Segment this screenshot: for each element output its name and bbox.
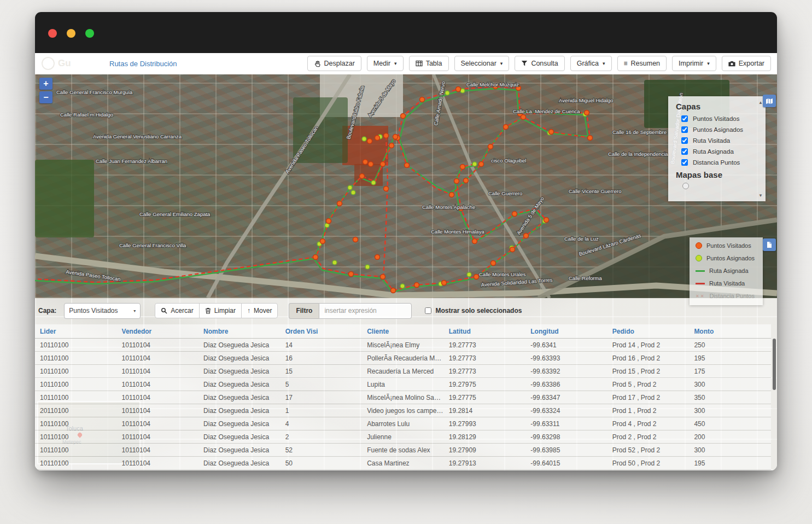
show-selected-toggle: Mostrar solo seleccionados <box>425 307 522 315</box>
cell-monto: 300 <box>689 444 771 457</box>
capa-label: Capa: <box>38 307 56 315</box>
layer-label: Ruta Visitada <box>693 137 730 144</box>
column-header-lider[interactable]: Lider <box>35 324 117 339</box>
cell-nombre: Diaz Osegueda Jesica <box>198 457 281 470</box>
distance-cross-icon: ✕✕ <box>696 294 705 299</box>
layer-checkbox[interactable] <box>681 137 688 144</box>
cell-vendedor: 10110104 <box>117 430 199 444</box>
cell-orden-visi: 16 <box>281 352 363 365</box>
tabla-button[interactable]: Tabla <box>409 56 449 71</box>
cell-orden-visi: 1 <box>281 404 363 417</box>
funnel-icon <box>521 60 528 67</box>
table-row[interactable]: 10110100 10110104 Diaz Osegueda Jesica 1… <box>35 339 771 352</box>
cell-nombre: Diaz Osegueda Jesica <box>198 444 281 457</box>
arrow-up-icon: ↑ <box>247 307 250 314</box>
cell-longitud: -99.6341 <box>525 339 607 352</box>
column-header-pedido[interactable]: Pedido <box>607 324 690 339</box>
grafica-button[interactable]: Gráfica▾ <box>570 56 612 71</box>
layer-checkbox[interactable] <box>681 148 688 155</box>
layers-panel: ▲ ▼ Capas Puntos Visitados Puntos Asigna… <box>668 96 766 201</box>
table-scrollbar-thumb[interactable] <box>773 339 776 390</box>
chevron-down-icon: ▾ <box>707 59 710 68</box>
search-icon <box>161 307 167 314</box>
layers-panel-toggle-button[interactable] <box>763 95 776 107</box>
cell-cliente: Julienne <box>362 430 444 444</box>
table-row[interactable]: 10110100 10110104 Diaz Osegueda Jesica 5… <box>35 457 771 470</box>
cell-longitud: -99.63311 <box>525 417 607 430</box>
seleccionar-button[interactable]: Seleccionar▾ <box>454 56 510 71</box>
table-row[interactable]: 10110100 10110104 Diaz Osegueda Jesica 1… <box>35 365 771 378</box>
table-row[interactable]: 10110100 10110104 Diaz Osegueda Jesica 5… <box>35 378 771 391</box>
cell-longitud: -99.63347 <box>525 391 607 404</box>
capa-select[interactable]: Puntos Visitados ▾ <box>64 303 141 319</box>
table-scrollbar[interactable] <box>772 324 776 469</box>
cell-pedido: Prod 50 , Prod 2 <box>607 457 690 470</box>
imprimir-button[interactable]: Imprimir▾ <box>672 56 716 71</box>
minimize-button[interactable] <box>67 29 75 38</box>
column-header-cliente[interactable]: Cliente <box>362 324 444 339</box>
legend-item-distancia-puntos: ✕✕ Distancia Puntos <box>696 293 757 299</box>
scroll-up-icon[interactable]: ▲ <box>758 101 763 105</box>
cell-orden-visi: 17 <box>281 391 363 404</box>
column-header-vendedor[interactable]: Vendedor <box>117 324 199 339</box>
cell-lider: 20110100 <box>35 404 117 417</box>
table-row[interactable]: 10110100 10110104 Diaz Osegueda Jesica 1… <box>35 352 771 365</box>
scroll-down-icon[interactable]: ▼ <box>758 194 763 198</box>
cell-vendedor: 10110104 <box>117 352 199 365</box>
grid-controls: Capa: Puntos Visitados ▾ Acercar Limpiar <box>38 301 744 320</box>
zoom-in-button[interactable]: + <box>39 78 52 90</box>
map-canvas[interactable]: Avenida Paseo Tollocan Avenida Paseo Tol… <box>35 74 777 298</box>
column-header-latitud[interactable]: Latitud <box>444 324 526 339</box>
zoom-out-button[interactable]: − <box>39 91 52 103</box>
cell-cliente: Lupita <box>362 378 444 391</box>
desktop: Gu Rutas de Distribución Desplazar Medir… <box>0 0 812 524</box>
red-line-icon <box>696 283 705 284</box>
cell-monto: 200 <box>689 430 771 444</box>
table-row[interactable]: 10110100 10110104 Diaz Osegueda Jesica 4… <box>35 417 771 430</box>
medir-button[interactable]: Medir▾ <box>367 56 404 71</box>
filter-input[interactable] <box>319 303 412 319</box>
zoom-button[interactable] <box>85 29 94 38</box>
limpiar-button[interactable]: Limpiar <box>199 303 242 318</box>
layer-checkbox[interactable] <box>681 115 688 122</box>
cell-latitud: 19.27773 <box>444 365 526 378</box>
cell-cliente: Casa Martinez <box>362 457 444 470</box>
close-button[interactable] <box>48 29 57 38</box>
table-row[interactable]: 20110100 10110104 Diaz Osegueda Jesica 1… <box>35 404 771 417</box>
cell-monto: 350 <box>689 391 771 404</box>
cell-pedido: Prod 16 , Prod 2 <box>607 352 690 365</box>
cell-pedido: Prod 14 , Prod 2 <box>607 339 690 352</box>
table-row[interactable]: 10110100 10110104 Diaz Osegueda Jesica 2… <box>35 430 771 444</box>
svg-text:Calle de la Luz: Calle de la Luz <box>564 236 599 242</box>
cell-nombre: Diaz Osegueda Jesica <box>198 430 281 444</box>
layer-item-ruta-asignada: Ruta Asignada <box>681 148 758 155</box>
table-row[interactable]: 10110100 10110104 Diaz Osegueda Jesica 1… <box>35 391 771 404</box>
column-header-nombre[interactable]: Nombre <box>198 324 281 339</box>
legend-panel-toggle-button[interactable] <box>763 238 776 251</box>
basemap-radio[interactable] <box>682 183 689 189</box>
layer-item-ruta-visitada: Ruta Visitada <box>681 137 758 144</box>
cell-orden-visi: 14 <box>281 339 363 352</box>
show-selected-checkbox[interactable] <box>425 307 431 314</box>
svg-text:Calle Vicente Guerrero: Calle Vicente Guerrero <box>569 188 621 194</box>
column-header-monto[interactable]: Monto <box>689 324 771 339</box>
column-header-longitud[interactable]: Longitud <box>525 324 607 339</box>
layer-checkbox[interactable] <box>681 159 688 166</box>
cell-orden-visi: 2 <box>281 430 363 444</box>
desplazar-button[interactable]: Desplazar <box>307 56 361 71</box>
layer-checkbox[interactable] <box>681 126 688 133</box>
hand-icon <box>314 60 321 67</box>
consulta-button[interactable]: Consulta <box>515 56 564 71</box>
cell-longitud: -99.63392 <box>525 365 607 378</box>
assigned-dot-icon <box>696 255 702 261</box>
cell-nombre: Diaz Osegueda Jesica <box>198 365 281 378</box>
column-header-orden-visi[interactable]: Orden Visi <box>281 324 363 339</box>
acercar-button[interactable]: Acercar <box>155 303 199 318</box>
cell-cliente: Abarrotes Lulu <box>362 417 444 430</box>
resumen-button[interactable]: ≡ Resumen <box>617 56 667 71</box>
layer-item-puntos-visitados: Puntos Visitados <box>681 115 758 122</box>
mover-button[interactable]: ↑ Mover <box>241 303 278 318</box>
exportar-button[interactable]: Exportar <box>722 56 771 71</box>
table-row[interactable]: 10110100 10110104 Diaz Osegueda Jesica 5… <box>35 444 771 457</box>
park-area <box>35 160 94 237</box>
